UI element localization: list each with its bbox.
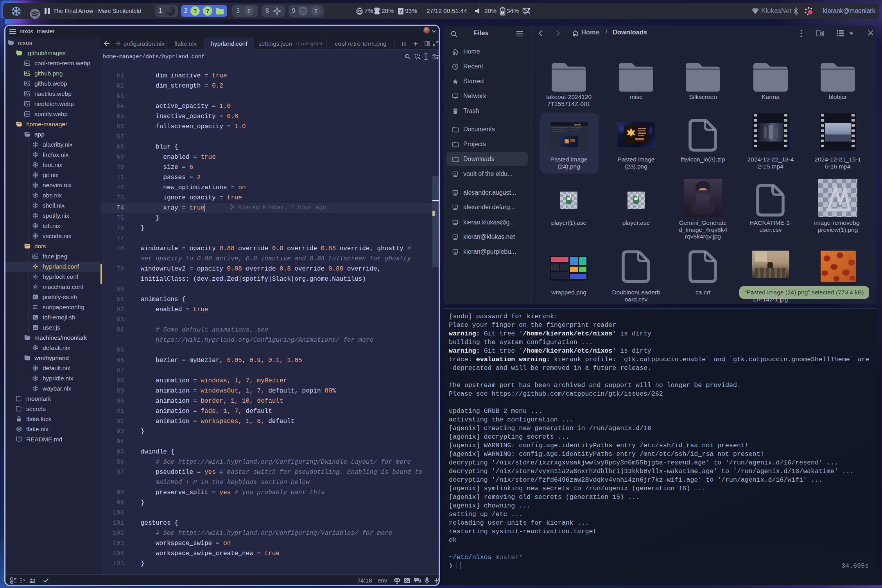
svg-text:JS: JS	[34, 326, 37, 330]
svg-text:?: ?	[399, 9, 402, 14]
